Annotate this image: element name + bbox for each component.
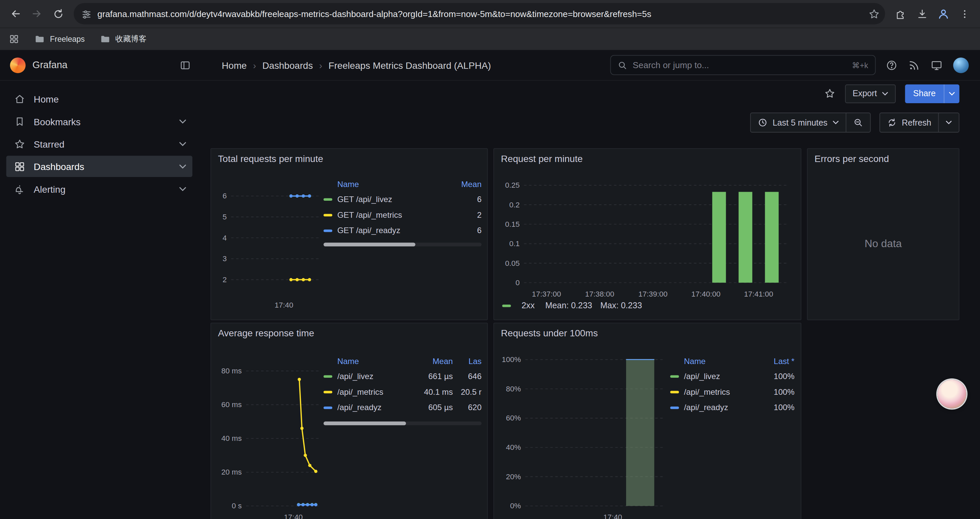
panel-title[interactable]: Average response time bbox=[218, 327, 314, 338]
refresh-interval-toggle[interactable] bbox=[938, 113, 959, 132]
breadcrumb: Home › Dashboards › Freeleaps Metrics Da… bbox=[222, 60, 611, 70]
sidebar-item-starred[interactable]: Starred bbox=[6, 133, 192, 155]
legend-inline[interactable]: 2xx Mean: 0.233 Max: 0.233 bbox=[502, 301, 642, 310]
legend-row[interactable]: GET /api/_livez 6 bbox=[323, 192, 482, 207]
average-response-time-chart[interactable]: 0 s20 ms40 ms60 ms80 ms17:40 bbox=[213, 352, 323, 519]
panel-title[interactable]: Errors per second bbox=[815, 153, 889, 164]
bookmark-folder-freeleaps[interactable]: Freeleaps bbox=[34, 34, 85, 45]
legend-col-name[interactable]: Name bbox=[323, 179, 449, 188]
apps-grid-icon[interactable] bbox=[9, 34, 19, 45]
svg-text:20%: 20% bbox=[506, 473, 521, 481]
svg-text:0 s: 0 s bbox=[232, 501, 242, 510]
forward-button[interactable] bbox=[26, 3, 48, 24]
back-button[interactable] bbox=[5, 3, 26, 24]
extensions-button[interactable] bbox=[890, 3, 911, 24]
download-button[interactable] bbox=[911, 3, 932, 24]
help-icon[interactable] bbox=[886, 59, 897, 71]
chevron-down-icon[interactable] bbox=[179, 119, 186, 124]
series-swatch bbox=[670, 375, 679, 377]
chevron-down-icon[interactable] bbox=[179, 142, 186, 146]
series-name[interactable]: /api/_livez bbox=[337, 371, 415, 381]
rss-icon[interactable] bbox=[908, 59, 920, 71]
legend-row[interactable]: /api/_livez 100% bbox=[670, 368, 795, 384]
series-name[interactable]: /api/_livez bbox=[684, 371, 762, 381]
series-name[interactable]: GET /api/_metrics bbox=[337, 210, 449, 219]
download-icon bbox=[916, 8, 928, 20]
share-button[interactable]: Share bbox=[905, 84, 959, 103]
legend-row[interactable]: /api/_metrics 40.1 ms 20.5 r bbox=[323, 384, 482, 400]
sidebar-item-bookmarks[interactable]: Bookmarks bbox=[6, 110, 192, 132]
legend-scrollbar[interactable] bbox=[323, 243, 482, 246]
panel-title[interactable]: Request per minute bbox=[501, 153, 583, 164]
request-per-minute-chart[interactable]: 00.050.10.150.20.2517:37:0017:38:0017:39… bbox=[499, 176, 792, 302]
search-input[interactable]: Search or jump to... ⌘+k bbox=[610, 55, 876, 75]
legend-row[interactable]: /api/_readyz 100% bbox=[670, 400, 795, 415]
favorite-star-icon[interactable] bbox=[824, 88, 836, 99]
share-menu-toggle[interactable] bbox=[943, 84, 959, 103]
export-button[interactable]: Export bbox=[845, 84, 896, 103]
series-mean: 661 µs bbox=[415, 371, 453, 381]
legend-row[interactable]: GET /api/_metrics 2 bbox=[323, 207, 482, 223]
browser-toolbar: grafana.mathmast.com/d/deytv4rwavabkb/fr… bbox=[0, 0, 980, 27]
svg-text:6: 6 bbox=[223, 192, 227, 200]
legend-row[interactable]: /api/_readyz 605 µs 620 bbox=[323, 400, 482, 415]
breadcrumb-home[interactable]: Home bbox=[222, 60, 247, 70]
sidebar-item-home[interactable]: Home bbox=[6, 88, 192, 110]
legend-col-name[interactable]: Name bbox=[670, 356, 762, 366]
reload-button[interactable] bbox=[48, 3, 69, 24]
series-name[interactable]: /api/_metrics bbox=[337, 387, 415, 396]
time-range-button[interactable]: Last 5 minutes bbox=[751, 113, 846, 132]
svg-text:17:40:00: 17:40:00 bbox=[692, 290, 721, 298]
share-label[interactable]: Share bbox=[905, 84, 943, 103]
series-name[interactable]: GET /api/_livez bbox=[337, 194, 449, 204]
sidebar-item-alerting[interactable]: Alerting bbox=[6, 178, 192, 200]
svg-text:17:39:00: 17:39:00 bbox=[638, 290, 667, 298]
series-swatch bbox=[323, 213, 332, 216]
legend-col-name[interactable]: Name bbox=[323, 356, 415, 366]
profile-button[interactable] bbox=[932, 3, 954, 24]
bookmark-star-icon[interactable] bbox=[868, 8, 880, 20]
chevron-down-icon bbox=[882, 91, 888, 95]
site-settings-icon[interactable] bbox=[81, 8, 92, 19]
legend-col-last[interactable]: Las bbox=[453, 356, 482, 366]
panel-title[interactable]: Requests under 100ms bbox=[501, 327, 598, 338]
monitor-icon[interactable] bbox=[931, 59, 943, 71]
bookmark-folder-blogs[interactable]: 收藏博客 bbox=[100, 34, 146, 45]
refresh-button[interactable]: Refresh bbox=[880, 113, 938, 132]
chevron-down-icon[interactable] bbox=[179, 164, 186, 169]
series-name[interactable]: /api/_readyz bbox=[337, 403, 415, 412]
home-icon bbox=[14, 93, 26, 105]
address-bar[interactable]: grafana.mathmast.com/d/deytv4rwavabkb/fr… bbox=[74, 3, 885, 24]
series-mean: 40.1 ms bbox=[415, 387, 453, 396]
grafana-logo[interactable] bbox=[10, 57, 26, 73]
zoom-out-button[interactable] bbox=[846, 113, 870, 132]
user-avatar[interactable] bbox=[953, 57, 969, 73]
series-name[interactable]: /api/_metrics bbox=[684, 387, 762, 396]
series-name[interactable]: /api/_readyz bbox=[684, 403, 762, 412]
svg-text:40%: 40% bbox=[506, 443, 521, 452]
legend-col-mean[interactable]: Mean bbox=[415, 356, 453, 366]
sidebar-item-dashboards[interactable]: Dashboards bbox=[6, 156, 192, 177]
browser-menu-button[interactable] bbox=[954, 3, 975, 24]
legend-row[interactable]: GET /api/_readyz 6 bbox=[323, 223, 482, 238]
svg-text:80%: 80% bbox=[506, 385, 521, 393]
sidebar-item-label: Bookmarks bbox=[34, 116, 171, 126]
legend-row[interactable]: /api/_metrics 100% bbox=[670, 384, 795, 400]
chevron-down-icon[interactable] bbox=[179, 187, 186, 191]
sidebar-toggle-icon[interactable] bbox=[179, 59, 191, 71]
legend-scrollbar[interactable] bbox=[323, 422, 482, 425]
breadcrumb-dashboards[interactable]: Dashboards bbox=[262, 60, 313, 70]
no-data-text: No data bbox=[808, 238, 959, 250]
legend-row[interactable]: /api/_livez 661 µs 646 bbox=[323, 368, 482, 384]
series-name[interactable]: 2xx bbox=[522, 301, 535, 310]
legend-col-mean[interactable]: Mean bbox=[449, 179, 481, 188]
floating-assistant-avatar[interactable] bbox=[938, 380, 966, 409]
total-requests-chart[interactable]: 2345617:40 bbox=[215, 180, 322, 313]
requests-under-100ms-chart[interactable]: 0%20%40%60%80%100%17:40 bbox=[499, 352, 667, 519]
legend-col-last[interactable]: Last * bbox=[762, 356, 794, 366]
app-body: Home Bookmarks Starred Dashboards bbox=[0, 81, 980, 519]
series-name[interactable]: GET /api/_readyz bbox=[337, 226, 449, 235]
panel-title[interactable]: Total requests per minute bbox=[218, 153, 323, 164]
svg-text:60 ms: 60 ms bbox=[221, 401, 242, 409]
panel-errors-per-second: Errors per second No data bbox=[807, 148, 959, 320]
